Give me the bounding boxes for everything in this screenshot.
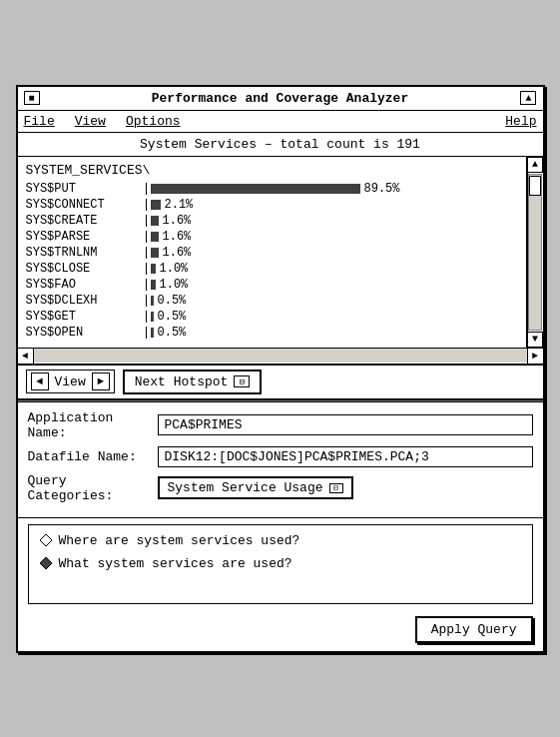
bar-separator (146, 279, 147, 291)
scroll-track (528, 174, 542, 331)
table-row: SYS$CLOSE 1.0% (26, 262, 518, 276)
app-name-value: PCA$PRIMES (158, 414, 533, 435)
bar (151, 216, 159, 226)
bar-separator (146, 183, 147, 195)
menu-help[interactable]: Help (503, 113, 538, 130)
svg-marker-0 (40, 534, 52, 546)
form-section: Application Name: PCA$PRIMES Datafile Na… (18, 402, 543, 518)
apply-section: Apply Query (18, 610, 543, 651)
status-bar: System Services – total count is 191 (18, 133, 543, 157)
service-name: SYS$OPEN (26, 326, 146, 340)
hotspot-btn-label: Next Hotspot (135, 374, 229, 389)
bar (151, 264, 156, 274)
table-row: SYS$FAO 1.0% (26, 278, 518, 292)
main-window: ■ Performance and Coverage Analyzer ▲ Fi… (16, 85, 545, 653)
table-row: SYS$PUT 89.5% (26, 182, 518, 196)
table-row: SYS$CREATE 1.6% (26, 214, 518, 228)
service-name: SYS$GET (26, 310, 146, 324)
bar (151, 328, 154, 338)
next-view-btn[interactable]: ► (92, 372, 110, 390)
bar-label: 1.6% (163, 246, 192, 260)
bar-separator (146, 327, 147, 339)
status-text: System Services – total count is 191 (140, 137, 420, 152)
bar-separator (146, 295, 147, 307)
query-categories-button[interactable]: System Service Usage ⊟ (158, 476, 353, 499)
menu-options[interactable]: Options (124, 113, 183, 130)
scroll-down-btn[interactable]: ▼ (527, 332, 543, 348)
bar-container: 1.0% (146, 278, 518, 292)
table-row: SYS$OPEN 0.5% (26, 326, 518, 340)
view-nav: ◄ View ► (26, 369, 115, 393)
bar (151, 312, 154, 322)
bar-container: 1.6% (146, 214, 518, 228)
hotspot-icon: ⊟ (234, 375, 250, 387)
query-dropdown-icon: ⊟ (329, 483, 343, 493)
menu-bar: File View Options Help (18, 111, 543, 133)
bar-separator (146, 247, 147, 259)
bar-container: 0.5% (146, 326, 518, 340)
bar-label: 1.0% (160, 262, 189, 276)
bottom-nav-bar: ◄ View ► Next Hotspot ⊟ (18, 364, 543, 399)
bar (151, 248, 159, 258)
query-option[interactable]: Where are system services used? (39, 533, 522, 548)
bar-label: 2.1% (165, 198, 194, 212)
service-name: SYS$PARSE (26, 230, 146, 244)
bar-separator (146, 215, 147, 227)
horizontal-scrollbar: ◄ ► (18, 348, 543, 364)
bar-label: 0.5% (158, 326, 187, 340)
bar (151, 280, 156, 290)
section-header: SYSTEM_SERVICES\ (26, 163, 518, 178)
h-scroll-track (34, 349, 527, 363)
query-option-label: Where are system services used? (59, 533, 300, 548)
bar (151, 232, 159, 242)
menu-file[interactable]: File (22, 113, 57, 130)
title-max-btn[interactable]: ▲ (520, 91, 536, 105)
datafile-value: DISK12:[DOC$JONES]PCA$PRIMES.PCA;3 (158, 446, 533, 467)
scroll-left-btn[interactable]: ◄ (18, 348, 34, 364)
prev-view-btn[interactable]: ◄ (31, 372, 49, 390)
service-name: SYS$DCLEXH (26, 294, 146, 308)
diamond-icon (39, 556, 53, 570)
title-close-btn[interactable]: ■ (24, 91, 40, 105)
bar-container: 1.6% (146, 230, 518, 244)
bar-separator (146, 311, 147, 323)
service-name: SYS$CREATE (26, 214, 146, 228)
query-label: Query Categories: (28, 473, 158, 503)
datafile-label: Datafile Name: (28, 449, 158, 464)
bar-separator (146, 263, 147, 275)
scroll-up-btn[interactable]: ▲ (527, 157, 543, 173)
bar-separator (146, 231, 147, 243)
table-row: SYS$DCLEXH 0.5% (26, 294, 518, 308)
service-name: SYS$FAO (26, 278, 146, 292)
apply-query-button[interactable]: Apply Query (415, 616, 533, 643)
datafile-row: Datafile Name: DISK12:[DOC$JONES]PCA$PRI… (28, 446, 533, 467)
service-name: SYS$CONNECT (26, 198, 146, 212)
window-title: Performance and Coverage Analyzer (152, 91, 408, 106)
bar-label: 1.6% (163, 230, 192, 244)
title-bar: ■ Performance and Coverage Analyzer ▲ (18, 87, 543, 111)
service-name: SYS$CLOSE (26, 262, 146, 276)
table-row: SYS$TRNLNM 1.6% (26, 246, 518, 260)
diamond-icon (39, 533, 53, 547)
menu-view[interactable]: View (73, 113, 108, 130)
bar-container: 0.5% (146, 310, 518, 324)
bar (151, 296, 154, 306)
bar-label: 89.5% (364, 182, 400, 196)
service-name: SYS$TRNLNM (26, 246, 146, 260)
query-option[interactable]: What system services are used? (39, 556, 522, 571)
next-hotspot-button[interactable]: Next Hotspot ⊟ (123, 369, 263, 394)
scroll-right-btn[interactable]: ► (527, 348, 543, 364)
app-name-row: Application Name: PCA$PRIMES (28, 410, 533, 440)
bar-label: 1.0% (160, 278, 189, 292)
query-categories-row: Query Categories: System Service Usage ⊟ (28, 473, 533, 503)
vertical-scrollbar: ▲ ▼ (527, 157, 543, 348)
query-options: Where are system services used? What sys… (39, 533, 522, 571)
scroll-thumb[interactable] (529, 176, 541, 196)
bar (151, 200, 161, 210)
bar-container: 2.1% (146, 198, 518, 212)
data-area: SYSTEM_SERVICES\ SYS$PUT 89.5% SYS$CONNE… (18, 157, 527, 348)
bar-label: 0.5% (158, 294, 187, 308)
main-content: SYSTEM_SERVICES\ SYS$PUT 89.5% SYS$CONNE… (18, 157, 543, 348)
bar (151, 184, 360, 194)
view-label: View (51, 374, 90, 389)
